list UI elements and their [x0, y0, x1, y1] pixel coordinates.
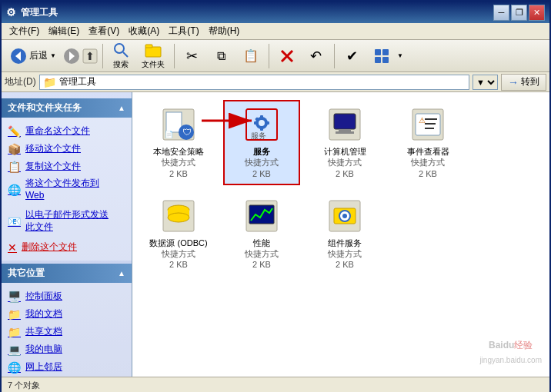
- file-tasks-header[interactable]: 文件和文件夹任务 ▲: [2, 98, 132, 118]
- sidebar-item-move[interactable]: 📦 移动这个文件: [8, 140, 125, 158]
- local-security-label: 本地安全策略快捷方式2 KB: [153, 146, 204, 179]
- up-button[interactable]: ⬆: [82, 42, 99, 70]
- event-viewer-icon: ⚠: [409, 106, 446, 143]
- sidebar-item-network[interactable]: 🌐 网上邻居: [8, 358, 125, 376]
- toolbar-separator-3: [269, 44, 269, 68]
- copy-file-icon: 📋: [8, 161, 21, 173]
- menu-view[interactable]: 查看(V): [84, 23, 124, 39]
- undo-button[interactable]: ↶: [302, 42, 330, 70]
- views-dropdown[interactable]: ▼: [397, 52, 403, 59]
- check-button[interactable]: ✔: [339, 42, 366, 70]
- go-arrow-icon: →: [508, 76, 519, 88]
- back-button[interactable]: 后退 ▼: [5, 42, 62, 70]
- svg-point-23: [259, 120, 265, 126]
- views-button[interactable]: [368, 42, 396, 70]
- check-icon: ✔: [344, 48, 361, 65]
- folders-button[interactable]: 文件夹: [136, 42, 170, 70]
- svg-rect-27: [266, 121, 269, 125]
- go-button[interactable]: → 转到: [501, 74, 546, 91]
- performance-label: 性能快捷方式2 KB: [245, 238, 279, 271]
- close-button[interactable]: ✕: [529, 5, 545, 21]
- computer-manage-label: 计算机管理快捷方式2 KB: [324, 146, 366, 179]
- file-item-computer-manage[interactable]: 计算机管理快捷方式2 KB: [306, 100, 383, 185]
- undo-icon: ↶: [308, 48, 325, 65]
- sidebar-item-rename[interactable]: ✏️ 重命名这个文件: [8, 122, 125, 140]
- sidebar-item-publish[interactable]: 🌐 将这个文件发布到Web: [8, 175, 125, 204]
- menu-file[interactable]: 文件(F): [5, 23, 44, 39]
- file-item-component-services[interactable]: 组件服务快捷方式2 KB: [306, 191, 383, 277]
- copy-button[interactable]: ⧉: [208, 42, 235, 70]
- status-text: 7 个对象: [8, 380, 40, 391]
- delete-file-icon: ✕: [8, 241, 17, 254]
- svg-rect-37: [425, 118, 437, 120]
- file-item-local-security[interactable]: 📄 🛡 本地安全策略快捷方式2 KB: [140, 100, 217, 185]
- menu-favorites[interactable]: 收藏(A): [124, 23, 164, 39]
- cut-icon: ✂: [184, 48, 201, 65]
- minimize-button[interactable]: ─: [493, 5, 509, 21]
- paste-button[interactable]: 📋: [237, 42, 265, 70]
- menu-bar: 文件(F) 编辑(E) 查看(V) 收藏(A) 工具(T) 帮助(H): [2, 23, 549, 40]
- email-icon: 📧: [8, 215, 21, 228]
- svg-rect-9: [145, 45, 152, 48]
- copy-label: 复制这个文件: [25, 160, 81, 173]
- component-services-label: 组件服务快捷方式2 KB: [328, 238, 362, 271]
- menu-edit[interactable]: 编辑(E): [44, 23, 84, 39]
- move-label: 移动这个文件: [25, 142, 81, 155]
- shared-docs-label: 共享文档: [25, 325, 62, 338]
- copy-icon: ⧉: [213, 48, 230, 65]
- file-item-services[interactable]: 服务 服务快捷方式2 KB: [223, 100, 300, 185]
- file-item-data-source[interactable]: 数据源 (ODBC)快捷方式2 KB: [140, 191, 217, 277]
- shared-docs-icon: 📁: [8, 326, 21, 338]
- svg-rect-24: [260, 115, 263, 118]
- forward-icon: [63, 48, 80, 65]
- sidebar-item-email[interactable]: 📧 以电子邮件形式发送此文件: [8, 207, 125, 235]
- views-icon: [373, 48, 390, 65]
- cut-button[interactable]: ✂: [179, 42, 206, 70]
- svg-rect-12: [375, 49, 381, 55]
- delete-icon: [279, 48, 296, 65]
- file-item-performance[interactable]: 性能快捷方式2 KB: [223, 191, 300, 277]
- my-computer-icon: 💻: [8, 344, 21, 356]
- up-icon: ⬆: [82, 48, 99, 65]
- address-dropdown[interactable]: ▼: [473, 75, 498, 90]
- svg-rect-38: [425, 123, 436, 125]
- delete-button[interactable]: [273, 42, 301, 70]
- svg-text:⬆: ⬆: [85, 50, 95, 62]
- forward-button[interactable]: [63, 42, 80, 70]
- local-security-icon: 📄 🛡: [160, 106, 197, 143]
- restore-button[interactable]: ❐: [511, 5, 527, 21]
- menu-tools[interactable]: 工具(T): [164, 23, 203, 39]
- toolbar: 后退 ▼ ⬆: [2, 40, 549, 72]
- sidebar-item-my-computer[interactable]: 💻 我的电脑: [8, 341, 125, 358]
- other-places-header[interactable]: 其它位置 ▲: [2, 264, 132, 283]
- sidebar-item-shared-docs[interactable]: 📁 共享文档: [8, 323, 125, 341]
- svg-rect-39: [425, 128, 434, 129]
- my-docs-icon: 📁: [8, 308, 21, 321]
- sidebar-item-control-panel[interactable]: 🖥️ 控制面板: [8, 287, 125, 305]
- sidebar-item-copy[interactable]: 📋 复制这个文件: [8, 158, 125, 175]
- menu-help[interactable]: 帮助(H): [204, 23, 245, 39]
- title-bar: ⚙ 管理工具 ─ ❐ ✕: [2, 2, 549, 23]
- svg-rect-33: [336, 131, 354, 134]
- sidebar-item-my-docs[interactable]: 📁 我的文档: [8, 305, 125, 323]
- svg-rect-14: [375, 57, 381, 63]
- sidebar: 文件和文件夹任务 ▲ ✏️ 重命名这个文件 📦 移动这个文件 📋 复制这个文件: [2, 92, 132, 377]
- toolbar-separator-2: [174, 44, 175, 68]
- go-label: 转到: [521, 75, 539, 88]
- performance-icon: [243, 198, 280, 234]
- svg-line-7: [123, 52, 128, 57]
- address-input[interactable]: 📁 管理工具: [39, 75, 469, 90]
- search-button[interactable]: 搜索: [107, 42, 135, 70]
- data-source-label: 数据源 (ODBC)快捷方式2 KB: [149, 238, 207, 271]
- sidebar-item-delete[interactable]: ✕ 删除这个文件: [8, 238, 125, 256]
- svg-rect-26: [254, 121, 257, 125]
- address-folder-icon: 📁: [43, 76, 56, 88]
- folder-icon: [145, 42, 162, 58]
- file-item-event-viewer[interactable]: ⚠ 事件查看器快捷方式2 KB: [389, 100, 466, 185]
- main-area: 文件和文件夹任务 ▲ ✏️ 重命名这个文件 📦 移动这个文件 📋 复制这个文件: [2, 92, 549, 377]
- network-label: 网上邻居: [25, 360, 62, 374]
- status-bar: 7 个对象: [2, 377, 549, 392]
- toolbar-separator-1: [102, 44, 103, 68]
- control-panel-icon: 🖥️: [8, 291, 21, 303]
- other-places-label: 其它位置: [8, 267, 45, 280]
